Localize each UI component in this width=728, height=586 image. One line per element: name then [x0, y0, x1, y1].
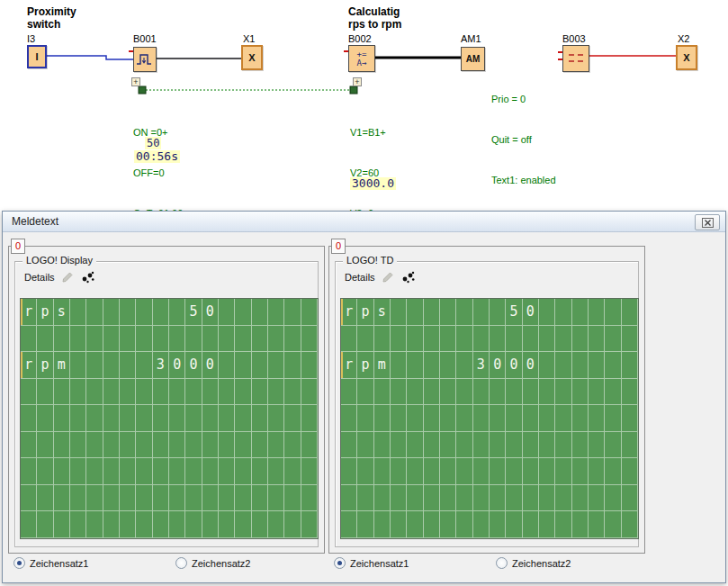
display-cell[interactable] — [374, 326, 391, 353]
display-cell[interactable] — [103, 458, 120, 485]
display-cell[interactable] — [219, 299, 235, 326]
display-cell[interactable] — [136, 432, 152, 459]
block-connector-x1[interactable]: X — [241, 45, 263, 70]
display-cell[interactable] — [523, 379, 539, 406]
display-cell[interactable] — [136, 352, 152, 379]
display-cell[interactable] — [572, 432, 589, 459]
close-button[interactable] — [695, 214, 720, 230]
display-cell[interactable] — [589, 299, 605, 326]
display-cell[interactable] — [357, 432, 373, 459]
display-cell[interactable] — [523, 458, 539, 485]
display-cell[interactable] — [70, 299, 86, 326]
display-cell[interactable] — [185, 405, 202, 432]
character-map-icon[interactable] — [401, 271, 416, 284]
display-cell[interactable] — [235, 299, 251, 326]
display-cell[interactable] — [252, 511, 268, 538]
display-cell[interactable] — [301, 352, 318, 379]
display-cell[interactable] — [86, 511, 103, 538]
display-cell[interactable] — [86, 352, 103, 379]
display-cell[interactable] — [185, 511, 202, 538]
display-cell[interactable] — [555, 485, 571, 512]
display-cell[interactable] — [169, 485, 185, 512]
radio-zeichensatz1[interactable] — [334, 557, 346, 569]
display-cell[interactable] — [424, 432, 440, 459]
display-cell[interactable] — [424, 511, 440, 538]
display-cell[interactable] — [268, 326, 284, 353]
display-cell[interactable] — [555, 326, 571, 353]
display-cell[interactable] — [284, 511, 301, 538]
display-cell[interactable] — [456, 352, 472, 379]
display-cell[interactable]: r — [21, 352, 37, 379]
display-cell[interactable] — [555, 379, 571, 406]
display-cell[interactable] — [235, 432, 251, 459]
display-cell[interactable] — [605, 485, 621, 512]
param-reference-node[interactable] — [350, 86, 357, 94]
display-cell[interactable] — [120, 485, 136, 512]
display-cell[interactable] — [555, 432, 571, 459]
display-cell[interactable]: 0 — [523, 299, 539, 326]
display-cell[interactable] — [506, 485, 522, 512]
display-cell[interactable] — [407, 326, 423, 353]
display-cell[interactable] — [357, 405, 373, 432]
block-threshold-b001[interactable] — [133, 47, 157, 72]
display-cell[interactable] — [341, 326, 357, 353]
display-cell[interactable] — [539, 326, 555, 353]
display-cell[interactable] — [589, 352, 605, 379]
display-cell[interactable] — [54, 379, 70, 406]
display-cell[interactable] — [301, 379, 318, 406]
display-cell[interactable] — [374, 379, 391, 406]
display-cell[interactable] — [506, 511, 522, 538]
display-cell[interactable] — [473, 511, 490, 538]
dialog-titlebar[interactable]: Meldetext — [3, 212, 725, 232]
display-cell[interactable] — [440, 432, 456, 459]
display-cell[interactable] — [572, 511, 589, 538]
display-cell[interactable]: p — [357, 352, 373, 379]
display-cell[interactable] — [440, 458, 456, 485]
display-cell[interactable] — [440, 485, 456, 512]
display-cell[interactable] — [424, 485, 440, 512]
display-cell[interactable] — [440, 326, 456, 353]
pencil-icon[interactable] — [382, 271, 395, 284]
display-cell[interactable]: r — [341, 299, 357, 326]
display-cell[interactable] — [70, 458, 86, 485]
display-cell[interactable] — [473, 326, 490, 353]
display-cell[interactable] — [153, 511, 169, 538]
display-cell[interactable] — [490, 379, 506, 406]
display-cell[interactable] — [37, 326, 53, 353]
display-cell[interactable] — [407, 405, 423, 432]
display-cell[interactable] — [86, 485, 103, 512]
display-cell[interactable] — [136, 299, 152, 326]
display-cell[interactable]: s — [374, 299, 391, 326]
display-cell[interactable] — [374, 485, 391, 512]
display-cell[interactable] — [301, 326, 318, 353]
display-cell[interactable] — [120, 299, 136, 326]
display-cell[interactable] — [490, 326, 506, 353]
display-cell[interactable] — [391, 379, 407, 406]
display-cell[interactable] — [374, 405, 391, 432]
display-cell[interactable] — [506, 379, 522, 406]
display-cell[interactable] — [456, 379, 472, 406]
display-cell[interactable] — [391, 352, 407, 379]
display-cell[interactable] — [54, 326, 70, 353]
display-cell[interactable] — [235, 458, 251, 485]
display-cell[interactable] — [341, 458, 357, 485]
display-cell[interactable] — [103, 379, 120, 406]
display-cell[interactable] — [605, 326, 621, 353]
display-cell[interactable] — [202, 485, 219, 512]
display-cell[interactable] — [37, 485, 53, 512]
display-cell[interactable] — [235, 326, 251, 353]
display-cell[interactable] — [341, 432, 357, 459]
display-cell[interactable] — [268, 458, 284, 485]
display-cell[interactable] — [407, 352, 423, 379]
display-cell[interactable] — [252, 379, 268, 406]
display-cell[interactable] — [539, 511, 555, 538]
display-cell[interactable] — [490, 485, 506, 512]
display-cell[interactable] — [86, 458, 103, 485]
display-cell[interactable] — [539, 352, 555, 379]
display-cell[interactable] — [21, 458, 37, 485]
display-cell[interactable] — [341, 511, 357, 538]
display-cell[interactable] — [407, 458, 423, 485]
display-cell[interactable] — [54, 458, 70, 485]
display-cell[interactable] — [235, 352, 251, 379]
display-cell[interactable] — [555, 405, 571, 432]
